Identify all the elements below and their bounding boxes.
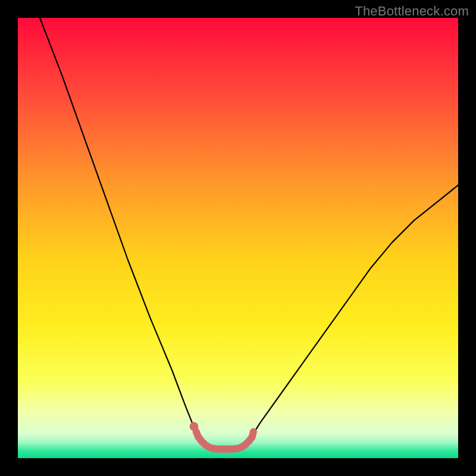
chart-frame: TheBottleneck.com	[0, 0, 476, 476]
series-trough-highlight	[196, 432, 253, 449]
series-trough-dot-left-dot	[190, 422, 199, 431]
plot-area	[18, 18, 458, 458]
curves-layer	[18, 18, 458, 458]
watermark-label: TheBottleneck.com	[355, 4, 469, 19]
series-right-curve	[245, 185, 458, 445]
series-left-curve	[40, 18, 205, 445]
